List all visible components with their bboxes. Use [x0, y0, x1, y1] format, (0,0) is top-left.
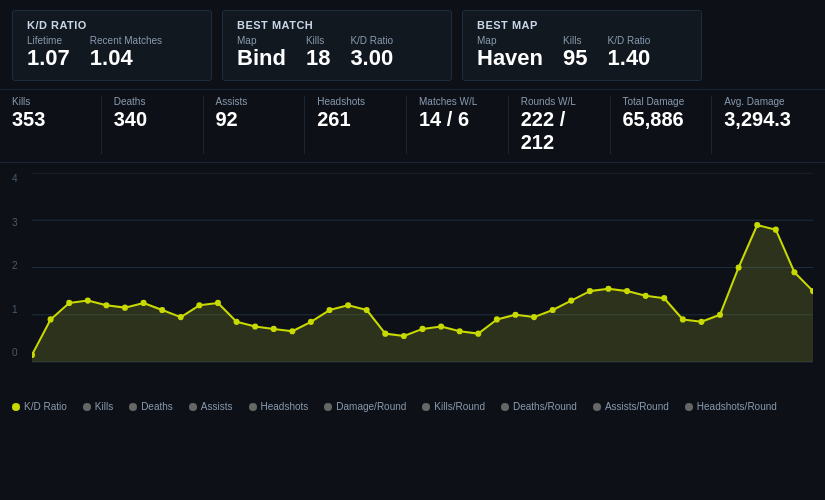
- stat-headshots: Headshots 261: [305, 96, 407, 154]
- legend-dot: [83, 403, 91, 411]
- legend-item: Assists: [189, 401, 233, 412]
- legend-label: Headshots: [261, 401, 309, 412]
- legend-label: Kills: [95, 401, 113, 412]
- y-axis-label: 3: [12, 217, 18, 228]
- chart-dot: [48, 317, 54, 323]
- matches-wl-value: 14 / 6: [419, 108, 496, 131]
- chart-dot: [475, 331, 481, 337]
- chart-dot: [85, 298, 91, 304]
- deaths-label: Deaths: [114, 96, 191, 107]
- kd-title: K/D RATIO: [27, 19, 197, 31]
- chart-dot: [568, 298, 574, 304]
- legend-label: Kills/Round: [434, 401, 485, 412]
- chart-dot: [327, 307, 333, 313]
- chart-dot: [717, 312, 723, 318]
- matches-wl-label: Matches W/L: [419, 96, 496, 107]
- legend-label: K/D Ratio: [24, 401, 67, 412]
- chart-dot: [66, 300, 72, 306]
- stat-total-damage: Total Damage 65,886: [611, 96, 713, 154]
- legend-dot: [12, 403, 20, 411]
- chart-dot: [791, 269, 797, 275]
- avg-damage-value: 3,294.3: [724, 108, 801, 131]
- stats-row: Kills 353 Deaths 340 Assists 92 Headshot…: [0, 89, 825, 163]
- chart-dot: [308, 319, 314, 325]
- best-map-title: BEST MAP: [477, 19, 687, 31]
- chart-dot: [159, 307, 165, 313]
- chart-dot: [605, 286, 611, 292]
- legend-dot: [249, 403, 257, 411]
- chart-dot: [215, 300, 221, 306]
- best-match-title: BEST MATCH: [237, 19, 437, 31]
- chart-dot: [196, 302, 202, 308]
- bp-kd-value: 1.40: [608, 46, 651, 70]
- legend-item: Kills: [83, 401, 113, 412]
- chart-dot: [234, 319, 240, 325]
- headshots-value: 261: [317, 108, 394, 131]
- stat-kills: Kills 353: [12, 96, 102, 154]
- best-map-card: BEST MAP Map Haven Kills 95 K/D Ratio 1.…: [462, 10, 702, 81]
- y-axis-label: 0: [12, 347, 18, 358]
- chart-dot: [736, 265, 742, 271]
- best-match-card: BEST MATCH Map Bind Kills 18 K/D Ratio 3…: [222, 10, 452, 81]
- legend-dot: [129, 403, 137, 411]
- legend-item: Assists/Round: [593, 401, 669, 412]
- chart-dot: [494, 317, 500, 323]
- bp-map-value: Haven: [477, 46, 543, 70]
- legend-item: K/D Ratio: [12, 401, 67, 412]
- stat-avg-damage: Avg. Damage 3,294.3: [712, 96, 813, 154]
- legend-label: Headshots/Round: [697, 401, 777, 412]
- rounds-wl-value: 222 / 212: [521, 108, 598, 154]
- chart-dot: [661, 295, 667, 301]
- chart-area: 43210: [0, 163, 825, 393]
- assists-value: 92: [216, 108, 293, 131]
- legend-item: Damage/Round: [324, 401, 406, 412]
- y-axis-label: 4: [12, 173, 18, 184]
- total-damage-label: Total Damage: [623, 96, 700, 107]
- headshots-label: Headshots: [317, 96, 394, 107]
- chart-container: 43210: [12, 173, 813, 363]
- chart-dot: [531, 314, 537, 320]
- total-damage-value: 65,886: [623, 108, 700, 131]
- chart-dot: [178, 314, 184, 320]
- kills-value: 353: [12, 108, 89, 131]
- kills-label: Kills: [12, 96, 89, 107]
- chart-dot: [698, 319, 704, 325]
- chart-dot: [122, 305, 128, 311]
- legend-label: Deaths/Round: [513, 401, 577, 412]
- legend-label: Damage/Round: [336, 401, 406, 412]
- legend-item: Kills/Round: [422, 401, 485, 412]
- chart-dot: [382, 331, 388, 337]
- kd-ratio-card: K/D RATIO Lifetime 1.07 Recent Matches 1…: [12, 10, 212, 81]
- stat-rounds-wl: Rounds W/L 222 / 212: [509, 96, 611, 154]
- stat-assists: Assists 92: [204, 96, 306, 154]
- chart-dot: [457, 328, 463, 334]
- chart-dot: [680, 317, 686, 323]
- assists-label: Assists: [216, 96, 293, 107]
- legend-area: K/D RatioKillsDeathsAssistsHeadshotsDama…: [0, 395, 825, 418]
- chart-svg-wrapper: [32, 173, 813, 363]
- legend-dot: [501, 403, 509, 411]
- chart-dot: [754, 222, 760, 228]
- top-section: K/D RATIO Lifetime 1.07 Recent Matches 1…: [0, 0, 825, 89]
- chart-dot: [271, 326, 277, 332]
- legend-item: Deaths: [129, 401, 173, 412]
- bm-map-value: Bind: [237, 46, 286, 70]
- bm-kills-value: 18: [306, 46, 330, 70]
- bp-kills-value: 95: [563, 46, 587, 70]
- chart-dot: [364, 307, 370, 313]
- chart-dot: [345, 302, 351, 308]
- chart-dot: [103, 302, 109, 308]
- legend-dot: [324, 403, 332, 411]
- chart-dot: [624, 288, 630, 294]
- chart-dot: [141, 300, 147, 306]
- chart-dot: [587, 288, 593, 294]
- recent-matches-value: 1.04: [90, 46, 162, 70]
- deaths-value: 340: [114, 108, 191, 131]
- stat-deaths: Deaths 340: [102, 96, 204, 154]
- rounds-wl-label: Rounds W/L: [521, 96, 598, 107]
- chart-dot: [438, 324, 444, 330]
- legend-label: Deaths: [141, 401, 173, 412]
- legend-dot: [189, 403, 197, 411]
- legend-item: Headshots/Round: [685, 401, 777, 412]
- chart-dot: [773, 227, 779, 233]
